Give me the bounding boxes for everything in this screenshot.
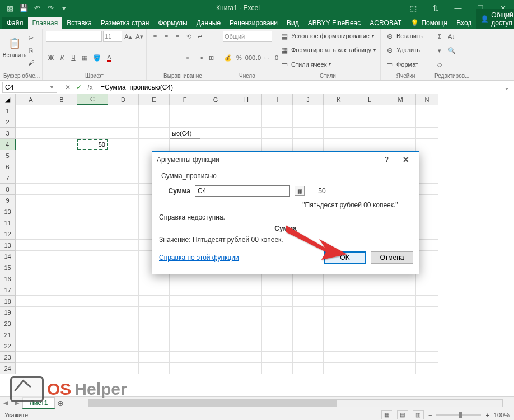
cell[interactable]	[46, 128, 77, 139]
number-format-select[interactable]	[223, 31, 272, 42]
cell[interactable]	[416, 195, 438, 206]
cell[interactable]	[416, 284, 438, 296]
row-header[interactable]: 13	[0, 240, 16, 251]
cell[interactable]	[16, 352, 46, 363]
cell[interactable]	[354, 139, 385, 150]
cell[interactable]	[324, 105, 354, 116]
tab-acrobat[interactable]: ACROBAT	[365, 17, 406, 29]
cell[interactable]	[231, 296, 262, 307]
cell[interactable]	[170, 139, 200, 150]
indent-inc-icon[interactable]: ⇥	[195, 52, 205, 63]
cell[interactable]	[108, 184, 139, 195]
cell[interactable]	[293, 318, 324, 329]
cut-icon[interactable]: ✂	[26, 32, 36, 44]
cell[interactable]	[46, 318, 77, 329]
cell[interactable]	[354, 307, 385, 318]
font-name-select[interactable]	[46, 31, 102, 42]
cell[interactable]	[108, 217, 139, 228]
cell[interactable]	[293, 273, 324, 284]
cell[interactable]	[416, 262, 438, 273]
tab-view[interactable]: Вид	[282, 17, 303, 29]
copy-icon[interactable]: ⎘	[26, 45, 36, 56]
decrease-font-icon[interactable]: A▾	[134, 31, 144, 42]
cell[interactable]	[200, 296, 231, 307]
cell[interactable]	[324, 329, 354, 340]
row-header[interactable]: 10	[0, 206, 16, 217]
cell[interactable]	[77, 284, 108, 296]
tab-review[interactable]: Рецензировани	[225, 17, 282, 29]
cell[interactable]	[416, 184, 438, 195]
zoom-out-icon[interactable]: −	[428, 412, 432, 418]
row-header[interactable]: 4	[0, 139, 16, 150]
cell[interactable]	[108, 318, 139, 329]
cancel-button[interactable]: Отмена	[371, 251, 413, 264]
cell[interactable]	[170, 284, 200, 296]
align-left-icon[interactable]: ≡	[150, 52, 160, 63]
row-header[interactable]: 6	[0, 161, 16, 172]
cell[interactable]	[170, 296, 200, 307]
cell[interactable]	[262, 318, 293, 329]
cell[interactable]	[354, 128, 385, 139]
tab-insert[interactable]: Вставка	[62, 17, 96, 29]
cell[interactable]	[293, 139, 324, 150]
row-header[interactable]: 20	[0, 318, 16, 329]
zoom-slider[interactable]	[436, 414, 481, 416]
cell[interactable]	[293, 329, 324, 340]
cell[interactable]	[293, 296, 324, 307]
decimal-inc-icon[interactable]: .0→	[256, 52, 267, 63]
zoom-in-icon[interactable]: +	[485, 412, 489, 418]
cell[interactable]	[324, 318, 354, 329]
cell[interactable]	[46, 172, 77, 184]
align-right-icon[interactable]: ≡	[172, 52, 183, 63]
cell[interactable]: 50	[77, 139, 108, 150]
cell[interactable]	[77, 262, 108, 273]
cell[interactable]	[200, 307, 231, 318]
cell[interactable]	[324, 128, 354, 139]
cell[interactable]	[354, 296, 385, 307]
delete-cells-button[interactable]: ⊖Удалить	[384, 44, 427, 55]
col-F[interactable]: F	[170, 94, 200, 105]
wrap-text-icon[interactable]: ↵	[195, 31, 205, 42]
cell[interactable]	[108, 195, 139, 206]
cell[interactable]	[77, 195, 108, 206]
cell[interactable]: ью(C4)	[170, 128, 200, 139]
cell[interactable]	[200, 329, 231, 340]
zoom-thumb[interactable]	[459, 412, 462, 418]
cell[interactable]	[416, 352, 438, 363]
cell[interactable]	[293, 340, 324, 352]
row-header[interactable]: 11	[0, 217, 16, 228]
help-icon[interactable]: ⇅	[424, 0, 447, 16]
cell[interactable]	[108, 161, 139, 172]
cell[interactable]	[170, 105, 200, 116]
currency-icon[interactable]: 💰	[223, 52, 233, 63]
cell[interactable]	[46, 228, 77, 240]
cell[interactable]	[293, 363, 324, 374]
col-J[interactable]: J	[293, 94, 324, 105]
cell[interactable]	[139, 329, 170, 340]
cell[interactable]	[416, 172, 438, 184]
cell-styles-button[interactable]: ▭Стили ячеек ▾	[279, 59, 377, 70]
cell[interactable]	[385, 105, 416, 116]
comma-icon[interactable]: 000	[245, 52, 255, 63]
cell[interactable]	[16, 139, 46, 150]
cell[interactable]	[77, 105, 108, 116]
col-B[interactable]: B	[46, 94, 77, 105]
format-cells-button[interactable]: ▭Формат	[384, 59, 427, 70]
redo-icon[interactable]: ↷	[45, 2, 56, 13]
cell[interactable]	[354, 329, 385, 340]
row-header[interactable]: 9	[0, 195, 16, 206]
row-header[interactable]: 1	[0, 105, 16, 116]
cell[interactable]	[77, 161, 108, 172]
cell[interactable]	[46, 150, 77, 161]
col-I[interactable]: I	[262, 94, 293, 105]
cell[interactable]	[385, 340, 416, 352]
cell[interactable]	[170, 329, 200, 340]
format-painter-icon[interactable]: 🖌	[26, 57, 36, 68]
bold-button[interactable]: Ж	[46, 52, 56, 63]
save-icon[interactable]: 💾	[18, 2, 29, 13]
border-icon[interactable]: ▦	[80, 52, 90, 63]
cell[interactable]	[77, 206, 108, 217]
cell[interactable]	[170, 307, 200, 318]
col-C[interactable]: C	[77, 94, 108, 105]
cell[interactable]	[77, 150, 108, 161]
